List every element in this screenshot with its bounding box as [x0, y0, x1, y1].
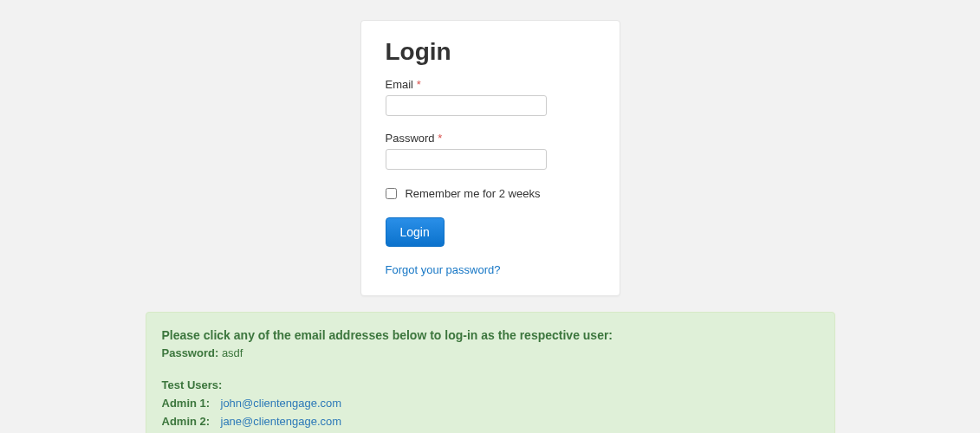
email-label: Email * — [386, 78, 595, 91]
email-field[interactable] — [386, 95, 547, 116]
info-password-row: Password: asdf — [162, 345, 819, 363]
info-password-label: Password: — [162, 346, 219, 359]
login-button[interactable]: Login — [386, 217, 445, 247]
required-asterisk: * — [438, 132, 442, 145]
user-row: Admin 2: jane@clientengage.com — [162, 413, 819, 431]
login-card: Login Email * Password * Remember me for… — [360, 20, 620, 296]
password-label-text: Password — [386, 132, 435, 145]
forgot-password-link[interactable]: Forgot your password? — [386, 263, 501, 276]
user-role-label: Admin 2: — [162, 413, 221, 431]
remember-checkbox[interactable] — [386, 188, 397, 199]
password-group: Password * — [386, 132, 595, 170]
email-group: Email * — [386, 78, 595, 116]
remember-row: Remember me for 2 weeks — [386, 185, 595, 200]
user-role-label: Admin 1: — [162, 395, 221, 413]
password-field[interactable] — [386, 149, 547, 170]
login-title: Login — [386, 38, 595, 66]
user-row: Admin 1: john@clientengage.com — [162, 395, 819, 413]
remember-label: Remember me for 2 weeks — [405, 187, 540, 200]
required-asterisk: * — [417, 78, 421, 91]
password-label: Password * — [386, 132, 595, 145]
info-heading: Please click any of the email addresses … — [162, 326, 819, 345]
user-email-link[interactable]: john@clientengage.com — [221, 395, 342, 413]
info-password-value: asdf — [222, 346, 243, 359]
info-panel: Please click any of the email addresses … — [146, 312, 835, 433]
email-label-text: Email — [386, 78, 414, 91]
test-users-heading: Test Users: — [162, 377, 819, 395]
user-email-link[interactable]: jane@clientengage.com — [221, 413, 342, 431]
